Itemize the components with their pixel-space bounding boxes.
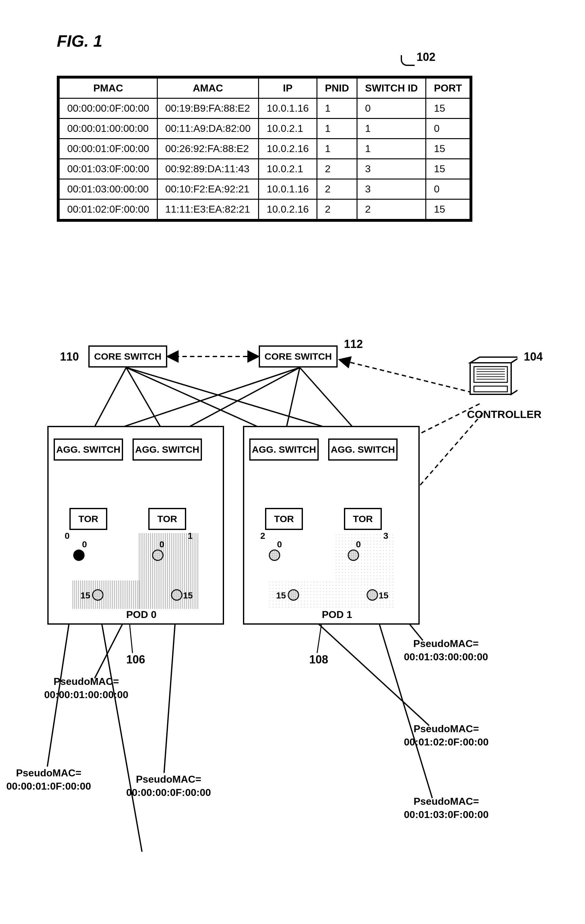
table-row: 00:00:01:00:00:0000:11:A9:DA:82:0010.0.2… [59,119,470,139]
table-row: 00:00:00:0F:00:0000:19:B9:FA:88:E210.0.1… [59,99,470,119]
tor-id-0: 0 [65,531,70,541]
tor3-port15: 15 [378,591,388,601]
tor-0: TOR [69,508,107,530]
controller: CONTROLLER [467,356,542,421]
svg-line-39 [129,622,132,653]
controller-label: CONTROLLER [467,408,542,421]
table-cell: 00:01:02:0F:00:00 [59,200,157,219]
agg-switch-0: AGG. SWITCH [54,439,123,460]
table-cell: 2 [317,159,357,179]
table-header: SWITCH ID [357,78,426,99]
tor-id-3: 3 [383,531,388,541]
table-cell: 10.0.2.16 [259,139,317,159]
table-cell: 15 [426,159,470,179]
tor-1: TOR [148,508,186,530]
table-cell: 00:19:B9:FA:88:E2 [157,99,258,119]
callout-3: PseudoMAC= 00:00:00:0F:00:00 [126,773,211,799]
host-tor2-p15 [288,589,299,601]
tor2-port0: 0 [277,540,282,549]
tor0-port0: 0 [82,540,87,549]
svg-line-35 [98,601,142,852]
table-cell: 10.0.2.1 [259,119,317,139]
table-cell: 00:00:01:00:00:00 [59,119,157,139]
pod1-label: POD 1 [322,609,352,620]
table-cell: 00:00:01:0F:00:00 [59,139,157,159]
table-header: PNID [317,78,357,99]
ref-110: 110 [60,350,79,363]
table-cell: 0 [426,119,470,139]
tor2-port15: 15 [276,591,286,601]
controller-icon [467,356,517,404]
ref-108: 108 [309,653,328,666]
callout-2-label: PseudoMAC= [16,767,81,779]
table-cell: 2 [317,179,357,200]
table-cell: 15 [426,200,470,219]
table-cell: 11:11:E3:EA:82:21 [157,200,258,219]
table-cell: 00:26:92:FA:88:E2 [157,139,258,159]
mapping-table: PMACAMACIPPNIDSWITCH IDPORT 00:00:00:0F:… [57,76,473,222]
callout-5-val: 00:01:02:0F:00:00 [404,736,489,747]
tor-3: TOR [344,508,382,530]
core-switch-1: CORE SWITCH [259,345,338,368]
ref-102: 102 [416,51,435,64]
callout-1-val: 00:00:01:00:00:00 [44,689,129,700]
table-cell: 00:92:89:DA:11:43 [157,159,258,179]
table-header: AMAC [157,78,258,99]
callout-6: PseudoMAC= 00:01:03:0F:00:00 [404,795,489,821]
figure-label: FIG. 1 [57,31,102,51]
svg-rect-50 [474,386,507,392]
host-tor1-p15 [171,589,182,601]
table-cell: 1 [317,119,357,139]
host-tor0-p15 [92,589,104,601]
table-cell: 1 [317,99,357,119]
host-tor1-p0 [152,549,164,561]
callout-3-label: PseudoMAC= [136,774,201,785]
table-cell: 2 [317,200,357,219]
table-header: PMAC [59,78,157,99]
ref-112: 112 [344,338,363,351]
tor-id-1: 1 [188,531,193,541]
svg-marker-42 [470,357,517,363]
table-row: 00:00:01:0F:00:0000:26:92:FA:88:E210.0.2… [59,139,470,159]
tor-2: TOR [265,508,303,530]
table-cell: 15 [426,99,470,119]
table-cell: 00:11:A9:DA:82:00 [157,119,258,139]
callout-1: PseudoMAC= 00:00:01:00:00:00 [44,675,129,701]
ref-106: 106 [126,653,145,666]
callout-5: PseudoMAC= 00:01:02:0F:00:00 [404,723,489,749]
callout-4: PseudoMAC= 00:01:03:00:00:00 [404,637,488,663]
table-cell: 0 [426,179,470,200]
table-cell: 15 [426,139,470,159]
agg-switch-3: AGG. SWITCH [328,439,398,460]
host-tor0-p0 [73,549,84,561]
callout-2-val: 00:00:01:0F:00:00 [6,780,91,792]
table-cell: 3 [357,159,426,179]
table-cell: 00:01:03:0F:00:00 [59,159,157,179]
ref-104: 104 [524,350,543,363]
callout-2: PseudoMAC= 00:00:01:0F:00:00 [6,767,91,793]
table-cell: 00:10:F2:EA:92:21 [157,179,258,200]
svg-marker-43 [511,357,517,394]
callout-6-label: PseudoMAC= [414,795,479,807]
table-header: PORT [426,78,470,99]
svg-line-19 [339,360,479,394]
pod0-label: POD 0 [126,609,157,620]
callout-1-label: PseudoMAC= [54,676,119,687]
table-cell: 10.0.1.16 [259,179,317,200]
table-cell: 1 [357,139,426,159]
host-tor2-p0 [269,549,280,561]
table-cell: 10.0.1.16 [259,99,317,119]
svg-line-40 [317,622,322,653]
tor-id-2: 2 [260,531,265,541]
agg-switch-2: AGG. SWITCH [249,439,319,460]
table-header: IP [259,78,317,99]
table-cell: 3 [357,179,426,200]
table-cell: 2 [357,200,426,219]
host-tor3-p15 [367,589,378,601]
tor3-port0: 0 [356,540,361,549]
table-row: 00:01:03:0F:00:0000:92:89:DA:11:4310.0.2… [59,159,470,179]
callout-3-val: 00:00:00:0F:00:00 [126,787,211,798]
table-cell: 00:01:03:00:00:00 [59,179,157,200]
callout-5-label: PseudoMAC= [414,723,479,734]
svg-line-38 [372,601,432,798]
